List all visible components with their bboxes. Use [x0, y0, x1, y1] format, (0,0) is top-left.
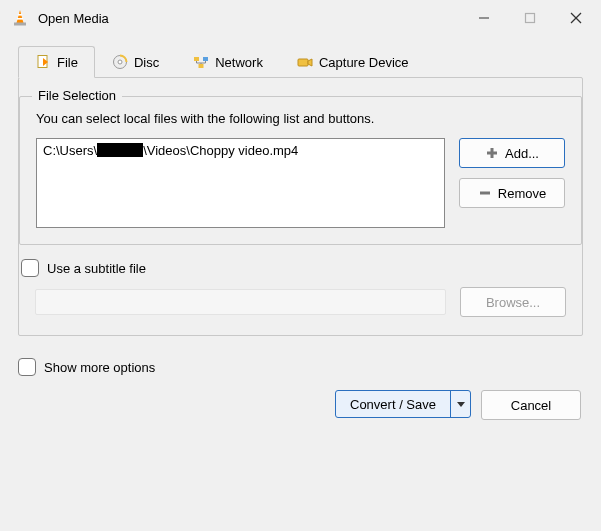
minus-icon — [478, 186, 492, 200]
svg-rect-5 — [526, 14, 535, 23]
show-more-label: Show more options — [44, 360, 155, 375]
tab-disc[interactable]: Disc — [95, 46, 176, 77]
browse-subtitle-button: Browse... — [460, 287, 566, 317]
network-icon — [193, 54, 209, 70]
remove-file-button[interactable]: Remove — [459, 178, 565, 208]
file-list-item[interactable]: C:\Users\\Videos\Choppy video.mp4 — [43, 143, 438, 158]
tab-bar: File Disc Network Capture Device — [18, 46, 583, 77]
convert-save-label: Convert / Save — [350, 397, 436, 412]
cancel-label: Cancel — [511, 398, 551, 413]
subtitle-checkbox[interactable] — [21, 259, 39, 277]
tab-file[interactable]: File — [18, 46, 95, 78]
file-path-prefix: C:\Users\ — [43, 143, 97, 158]
add-file-button[interactable]: Add... — [459, 138, 565, 168]
tab-file-label: File — [57, 55, 78, 70]
title-bar: Open Media — [0, 0, 601, 36]
add-button-label: Add... — [505, 146, 539, 161]
tab-network[interactable]: Network — [176, 46, 280, 77]
subtitle-checkbox-label: Use a subtitle file — [47, 261, 146, 276]
file-selection-hint: You can select local files with the foll… — [36, 111, 565, 126]
close-button[interactable] — [553, 3, 599, 33]
plus-icon — [485, 146, 499, 160]
tab-capture-label: Capture Device — [319, 55, 409, 70]
tab-capture[interactable]: Capture Device — [280, 46, 426, 77]
svg-rect-15 — [298, 59, 308, 66]
file-icon — [35, 54, 51, 70]
svg-rect-12 — [194, 57, 199, 61]
tab-network-label: Network — [215, 55, 263, 70]
svg-rect-2 — [17, 18, 23, 20]
vlc-cone-icon — [10, 8, 30, 28]
file-path-suffix: \Videos\Choppy video.mp4 — [143, 143, 298, 158]
convert-save-button[interactable]: Convert / Save — [335, 390, 471, 418]
svg-rect-1 — [18, 14, 22, 16]
file-selection-group: File Selection You can select local file… — [19, 96, 582, 245]
file-selection-legend: File Selection — [32, 88, 122, 103]
svg-rect-3 — [14, 23, 26, 26]
tab-disc-label: Disc — [134, 55, 159, 70]
subtitle-path-field — [35, 289, 446, 315]
browse-button-label: Browse... — [486, 295, 540, 310]
maximize-button[interactable] — [507, 3, 553, 33]
tab-panel: File Selection You can select local file… — [18, 77, 583, 336]
file-list[interactable]: C:\Users\\Videos\Choppy video.mp4 — [36, 138, 445, 228]
svg-rect-13 — [203, 57, 208, 61]
capture-device-icon — [297, 54, 313, 70]
svg-point-11 — [118, 60, 122, 64]
redacted-username — [97, 143, 143, 157]
svg-marker-16 — [308, 59, 312, 66]
cancel-button[interactable]: Cancel — [481, 390, 581, 420]
svg-marker-0 — [17, 10, 24, 23]
window-title: Open Media — [38, 11, 461, 26]
svg-rect-14 — [199, 64, 204, 68]
minimize-button[interactable] — [461, 3, 507, 33]
show-more-checkbox[interactable] — [18, 358, 36, 376]
svg-marker-20 — [457, 402, 465, 407]
convert-save-dropdown[interactable] — [450, 391, 470, 417]
disc-icon — [112, 54, 128, 70]
remove-button-label: Remove — [498, 186, 546, 201]
